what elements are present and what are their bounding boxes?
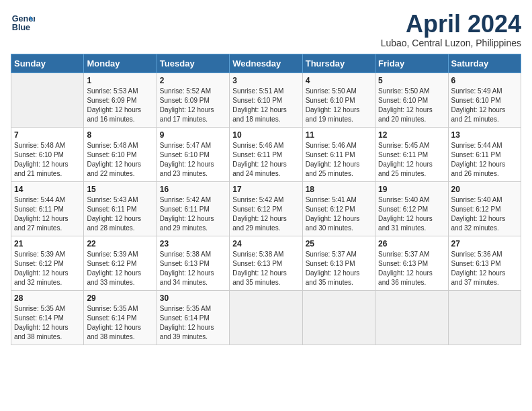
calendar-day-cell: 7Sunrise: 5:48 AM Sunset: 6:10 PM Daylig… [11, 127, 84, 181]
calendar-week-row: 14Sunrise: 5:44 AM Sunset: 6:11 PM Dayli… [11, 181, 521, 236]
day-info: Sunrise: 5:35 AM Sunset: 6:14 PM Dayligh… [14, 304, 81, 342]
calendar-week-row: 21Sunrise: 5:39 AM Sunset: 6:12 PM Dayli… [11, 236, 521, 290]
calendar-day-cell: 5Sunrise: 5:50 AM Sunset: 6:10 PM Daylig… [375, 73, 448, 127]
calendar-day-cell: 8Sunrise: 5:48 AM Sunset: 6:10 PM Daylig… [84, 127, 157, 181]
calendar-body: 1Sunrise: 5:53 AM Sunset: 6:09 PM Daylig… [11, 73, 521, 345]
day-info: Sunrise: 5:45 AM Sunset: 6:11 PM Dayligh… [378, 141, 445, 179]
calendar-week-row: 7Sunrise: 5:48 AM Sunset: 6:10 PM Daylig… [11, 127, 521, 181]
day-number: 6 [451, 76, 518, 85]
day-info: Sunrise: 5:35 AM Sunset: 6:14 PM Dayligh… [160, 304, 226, 342]
calendar-day-cell: 4Sunrise: 5:50 AM Sunset: 6:10 PM Daylig… [302, 73, 375, 127]
calendar-day-cell: 10Sunrise: 5:46 AM Sunset: 6:11 PM Dayli… [230, 127, 302, 181]
calendar-header-cell: Tuesday [157, 54, 229, 73]
calendar-day-cell: 29Sunrise: 5:35 AM Sunset: 6:14 PM Dayli… [84, 290, 157, 345]
calendar-day-cell: 22Sunrise: 5:39 AM Sunset: 6:12 PM Dayli… [84, 236, 157, 290]
day-info: Sunrise: 5:46 AM Sunset: 6:11 PM Dayligh… [306, 141, 372, 179]
calendar-day-cell: 21Sunrise: 5:39 AM Sunset: 6:12 PM Dayli… [11, 236, 84, 290]
day-number: 18 [306, 185, 372, 194]
day-number: 5 [378, 76, 445, 85]
day-info: Sunrise: 5:44 AM Sunset: 6:11 PM Dayligh… [14, 195, 81, 233]
day-info: Sunrise: 5:36 AM Sunset: 6:13 PM Dayligh… [451, 250, 518, 287]
day-info: Sunrise: 5:52 AM Sunset: 6:09 PM Dayligh… [160, 87, 226, 124]
day-number: 25 [306, 239, 372, 248]
calendar-day-cell: 1Sunrise: 5:53 AM Sunset: 6:09 PM Daylig… [84, 73, 157, 127]
calendar-day-cell [11, 73, 84, 127]
calendar-day-cell: 18Sunrise: 5:41 AM Sunset: 6:12 PM Dayli… [302, 181, 375, 236]
day-number: 10 [232, 130, 299, 140]
logo-icon: General Blue [11, 11, 35, 35]
subtitle: Lubao, Central Luzon, Philippines [381, 38, 521, 48]
calendar-day-cell: 24Sunrise: 5:38 AM Sunset: 6:13 PM Dayli… [230, 236, 302, 290]
day-number: 12 [378, 130, 445, 140]
calendar-day-cell: 9Sunrise: 5:47 AM Sunset: 6:10 PM Daylig… [157, 127, 229, 181]
day-number: 17 [232, 185, 299, 194]
calendar-day-cell: 6Sunrise: 5:49 AM Sunset: 6:10 PM Daylig… [448, 73, 521, 127]
title-block: April 2024 Lubao, Central Luzon, Philipp… [381, 11, 521, 48]
calendar-header-cell: Monday [84, 54, 157, 73]
calendar-header-cell: Saturday [448, 54, 521, 73]
calendar-day-cell: 26Sunrise: 5:37 AM Sunset: 6:13 PM Dayli… [375, 236, 448, 290]
day-info: Sunrise: 5:35 AM Sunset: 6:14 PM Dayligh… [87, 304, 153, 342]
calendar-day-cell: 15Sunrise: 5:43 AM Sunset: 6:11 PM Dayli… [84, 181, 157, 236]
day-number: 11 [306, 130, 372, 140]
calendar-day-cell [302, 290, 375, 345]
day-info: Sunrise: 5:40 AM Sunset: 6:12 PM Dayligh… [378, 195, 445, 233]
calendar-day-cell: 23Sunrise: 5:38 AM Sunset: 6:13 PM Dayli… [157, 236, 229, 290]
day-info: Sunrise: 5:42 AM Sunset: 6:11 PM Dayligh… [160, 195, 226, 233]
calendar-header-cell: Friday [375, 54, 448, 73]
day-info: Sunrise: 5:50 AM Sunset: 6:10 PM Dayligh… [378, 87, 445, 124]
day-number: 1 [87, 76, 153, 85]
day-number: 14 [14, 185, 81, 194]
calendar-day-cell [230, 290, 302, 345]
day-number: 24 [232, 239, 299, 248]
main-title: April 2024 [381, 11, 521, 38]
calendar-week-row: 1Sunrise: 5:53 AM Sunset: 6:09 PM Daylig… [11, 73, 521, 127]
day-number: 15 [87, 185, 153, 194]
calendar-day-cell: 19Sunrise: 5:40 AM Sunset: 6:12 PM Dayli… [375, 181, 448, 236]
day-number: 2 [160, 76, 226, 85]
day-info: Sunrise: 5:47 AM Sunset: 6:10 PM Dayligh… [160, 141, 226, 179]
day-number: 27 [451, 239, 518, 248]
day-number: 29 [87, 293, 153, 303]
calendar-header-cell: Thursday [302, 54, 375, 73]
calendar-day-cell: 30Sunrise: 5:35 AM Sunset: 6:14 PM Dayli… [157, 290, 229, 345]
day-info: Sunrise: 5:51 AM Sunset: 6:10 PM Dayligh… [232, 87, 299, 124]
calendar-day-cell [375, 290, 448, 345]
day-info: Sunrise: 5:38 AM Sunset: 6:13 PM Dayligh… [232, 250, 299, 287]
day-number: 28 [14, 293, 81, 303]
day-number: 9 [160, 130, 226, 140]
svg-text:Blue: Blue [12, 23, 30, 32]
day-info: Sunrise: 5:37 AM Sunset: 6:13 PM Dayligh… [306, 250, 372, 287]
day-info: Sunrise: 5:53 AM Sunset: 6:09 PM Dayligh… [87, 87, 153, 124]
day-info: Sunrise: 5:46 AM Sunset: 6:11 PM Dayligh… [232, 141, 299, 179]
calendar-day-cell: 16Sunrise: 5:42 AM Sunset: 6:11 PM Dayli… [157, 181, 229, 236]
calendar-day-cell: 14Sunrise: 5:44 AM Sunset: 6:11 PM Dayli… [11, 181, 84, 236]
day-info: Sunrise: 5:39 AM Sunset: 6:12 PM Dayligh… [87, 250, 153, 287]
calendar-header-cell: Wednesday [230, 54, 302, 73]
day-info: Sunrise: 5:39 AM Sunset: 6:12 PM Dayligh… [14, 250, 81, 287]
day-number: 21 [14, 239, 81, 248]
calendar-week-row: 28Sunrise: 5:35 AM Sunset: 6:14 PM Dayli… [11, 290, 521, 345]
day-number: 13 [451, 130, 518, 140]
day-number: 8 [87, 130, 153, 140]
day-info: Sunrise: 5:49 AM Sunset: 6:10 PM Dayligh… [451, 87, 518, 124]
day-number: 7 [14, 130, 81, 140]
calendar-day-cell: 12Sunrise: 5:45 AM Sunset: 6:11 PM Dayli… [375, 127, 448, 181]
calendar-table: SundayMondayTuesdayWednesdayThursdayFrid… [11, 54, 521, 345]
day-number: 20 [451, 185, 518, 194]
calendar-day-cell: 25Sunrise: 5:37 AM Sunset: 6:13 PM Dayli… [302, 236, 375, 290]
calendar-day-cell: 2Sunrise: 5:52 AM Sunset: 6:09 PM Daylig… [157, 73, 229, 127]
day-number: 19 [378, 185, 445, 194]
calendar-day-cell: 28Sunrise: 5:35 AM Sunset: 6:14 PM Dayli… [11, 290, 84, 345]
calendar-day-cell: 27Sunrise: 5:36 AM Sunset: 6:13 PM Dayli… [448, 236, 521, 290]
calendar-day-cell: 13Sunrise: 5:44 AM Sunset: 6:11 PM Dayli… [448, 127, 521, 181]
day-info: Sunrise: 5:38 AM Sunset: 6:13 PM Dayligh… [160, 250, 226, 287]
day-number: 3 [232, 76, 299, 85]
calendar-day-cell: 17Sunrise: 5:42 AM Sunset: 6:12 PM Dayli… [230, 181, 302, 236]
calendar-header-row: SundayMondayTuesdayWednesdayThursdayFrid… [11, 54, 521, 73]
calendar-day-cell [448, 290, 521, 345]
day-info: Sunrise: 5:50 AM Sunset: 6:10 PM Dayligh… [306, 87, 372, 124]
calendar-header-cell: Sunday [11, 54, 84, 73]
day-number: 30 [160, 293, 226, 303]
day-info: Sunrise: 5:41 AM Sunset: 6:12 PM Dayligh… [306, 195, 372, 233]
